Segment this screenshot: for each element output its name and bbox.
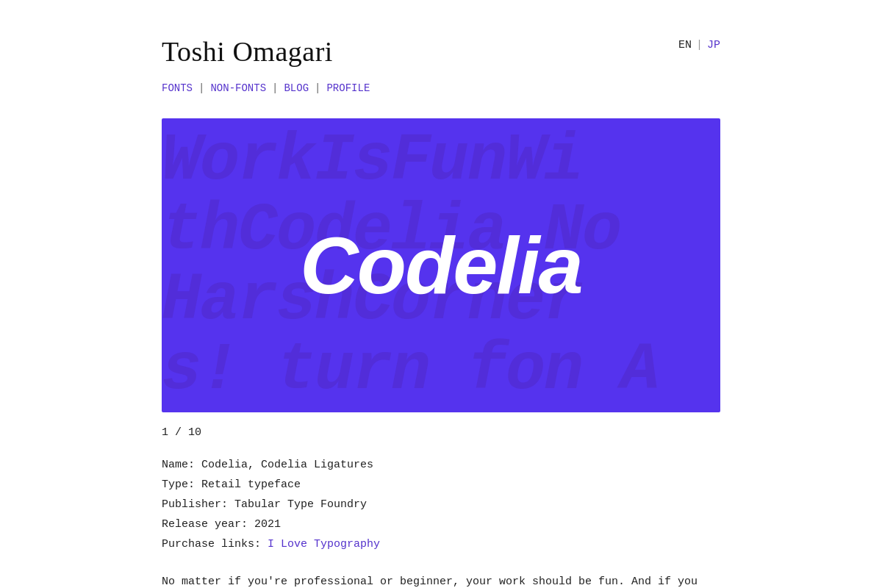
- nav-blog[interactable]: BLOG: [284, 80, 309, 96]
- font-publisher-row: Publisher: Tabular Type Foundry: [162, 495, 720, 514]
- font-purchase-label: Purchase links:: [162, 538, 261, 551]
- nav-sep-1: |: [198, 80, 204, 96]
- font-release-row: Release year: 2021: [162, 514, 720, 534]
- font-details: Name: Codelia, Codelia Ligatures Type: R…: [162, 455, 720, 554]
- nav-profile[interactable]: PROFILE: [326, 80, 370, 96]
- banner-bg-line-4: s! turn fon A: [162, 337, 720, 404]
- font-name-row: Name: Codelia, Codelia Ligatures: [162, 455, 720, 475]
- font-name-value: Codelia, Codelia Ligatures: [201, 459, 373, 471]
- site-title: Toshi Omagari: [162, 29, 370, 74]
- slide-counter: 1 / 10: [162, 424, 720, 442]
- font-type-value: Retail typeface: [201, 478, 301, 491]
- font-banner: WorkIsFunWi thCodelia No HarshCorner s! …: [162, 118, 720, 412]
- banner-main-text: Codelia: [300, 201, 581, 330]
- main-nav: FONTS | NON-FONTS | BLOG | PROFILE: [162, 80, 370, 96]
- header: Toshi Omagari FONTS | NON-FONTS | BLOG |…: [15, 0, 867, 104]
- font-type-label: Type:: [162, 478, 195, 491]
- font-description: No matter if you're professional or begi…: [162, 572, 720, 588]
- font-publisher-label: Publisher:: [162, 498, 228, 511]
- font-publisher-value: Tabular Type Foundry: [234, 498, 367, 511]
- banner-bg-line-1: WorkIsFunWi: [162, 128, 720, 194]
- nav-sep-3: |: [315, 80, 320, 96]
- font-purchase-row: Purchase links: I Love Typography: [162, 534, 720, 554]
- font-purchase-link[interactable]: I Love Typography: [268, 538, 380, 551]
- lang-sep: |: [696, 37, 703, 54]
- font-name-label: Name:: [162, 459, 195, 471]
- lang-switcher: EN | JP: [678, 37, 720, 54]
- lang-en: EN: [678, 37, 692, 54]
- nav-non-fonts[interactable]: NON-FONTS: [210, 80, 266, 96]
- font-release-label: Release year:: [162, 518, 248, 531]
- main-content: WorkIsFunWi thCodelia No HarshCorner s! …: [15, 104, 867, 588]
- description-text: No matter if you're professional or begi…: [162, 572, 720, 588]
- nav-sep-2: |: [272, 80, 278, 96]
- font-type-row: Type: Retail typeface: [162, 475, 720, 495]
- nav-fonts[interactable]: FONTS: [162, 80, 193, 96]
- lang-jp[interactable]: JP: [707, 37, 720, 54]
- header-left: Toshi Omagari FONTS | NON-FONTS | BLOG |…: [162, 29, 370, 96]
- font-release-value: 2021: [254, 518, 281, 531]
